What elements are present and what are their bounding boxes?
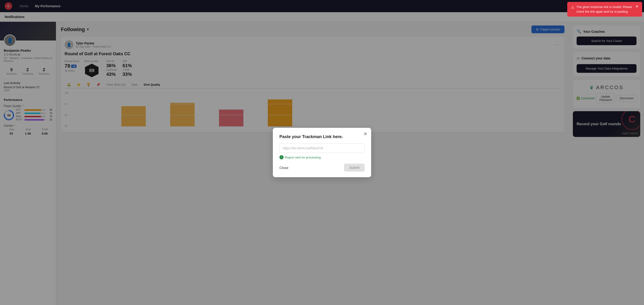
toast-close-button[interactable]: ✕: [635, 5, 638, 8]
modal-title: Paste your Trackman Link here.: [280, 134, 364, 139]
trackman-link-input[interactable]: [280, 144, 364, 153]
trackman-modal: ✕ Paste your Trackman Link here. ✓ Repor…: [273, 128, 371, 177]
modal-submit-button[interactable]: Submit: [344, 164, 364, 172]
modal-close-icon-button[interactable]: ✕: [364, 132, 368, 136]
modal-close-button[interactable]: Close: [280, 166, 288, 170]
error-toast: ⚠ The given trackman link is invalid. Pl…: [567, 2, 642, 16]
modal-overlay[interactable]: ✕ Paste your Trackman Link here. ✓ Repor…: [0, 0, 644, 305]
modal-footer: Close Submit: [280, 164, 364, 172]
success-text: Report sent for processing: [285, 156, 320, 159]
success-check-icon: ✓: [280, 155, 284, 160]
modal-success-message: ✓ Report sent for processing: [280, 155, 364, 160]
warning-icon: ⚠: [571, 5, 574, 10]
toast-message: The given trackman link is invalid. Plea…: [576, 5, 633, 14]
